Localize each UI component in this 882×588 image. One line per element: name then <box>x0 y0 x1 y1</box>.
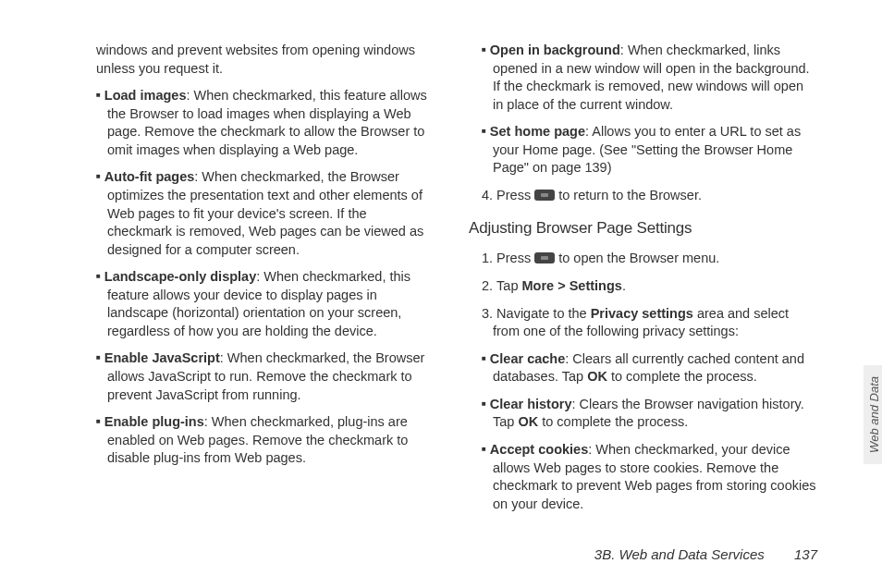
bullet-label: Enable JavaScript <box>104 350 220 365</box>
step-number: 4. <box>482 188 493 202</box>
square-bullet-icon: ■ <box>96 417 101 425</box>
page-body: windows and prevent websites from openin… <box>0 0 882 508</box>
bullet-label: Auto-fit pages <box>104 169 194 184</box>
bullet-text: to complete the process. <box>538 414 688 429</box>
ok-label: OK <box>587 369 607 384</box>
bullet-label: Clear cache <box>490 351 565 366</box>
step-bold: More > Settings <box>522 278 622 293</box>
footer-section: 3B. Web and Data Services <box>594 546 765 562</box>
step-text: Press <box>496 251 534 265</box>
square-bullet-icon: ■ <box>96 172 101 180</box>
page-footer: 3B. Web and Data Services 137 <box>594 546 817 562</box>
step-text: Tap <box>496 278 521 293</box>
bullet-label: Open in background <box>490 43 620 57</box>
bullet-label: Accept cookies <box>490 442 588 457</box>
bullet-set-home: ■Set home page: Allows you to enter a UR… <box>469 123 817 178</box>
step-text: to return to the Browser. <box>555 188 702 202</box>
square-bullet-icon: ■ <box>482 45 486 54</box>
section-heading: Adjusting Browser Page Settings <box>469 218 817 239</box>
square-bullet-icon: ■ <box>96 91 101 99</box>
bullet-label: Clear history <box>490 397 572 411</box>
side-tab: Web and Data <box>864 365 882 464</box>
step-text: to open the Browser menu. <box>555 251 719 265</box>
step-text: . <box>622 278 626 293</box>
left-column: windows and prevent websites from openin… <box>83 42 432 472</box>
intro-text: windows and prevent websites from openin… <box>83 42 432 78</box>
right-column: ■Open in background: When checkmarked, l… <box>469 42 817 472</box>
square-bullet-icon: ■ <box>96 272 101 280</box>
bullet-open-background: ■Open in background: When checkmarked, l… <box>469 42 817 114</box>
step-text: Press <box>496 188 534 202</box>
square-bullet-icon: ■ <box>482 354 486 362</box>
bullet-landscape: ■Landscape-only display: When checkmarke… <box>83 268 432 340</box>
step-4: 4.Press to return to the Browser. <box>469 187 817 205</box>
step-3: 3.Navigate to the Privacy settings area … <box>469 305 817 341</box>
step-1: 1.Press to open the Browser menu. <box>469 250 817 268</box>
square-bullet-icon: ■ <box>96 353 101 361</box>
square-bullet-icon: ■ <box>482 127 486 135</box>
footer-page-number: 137 <box>794 546 817 562</box>
step-number: 1. <box>482 251 493 265</box>
bullet-load-images: ■Load images: When checkmarked, this fea… <box>83 87 432 159</box>
bullet-accept-cookies: ■Accept cookies: When checkmarked, your … <box>469 441 817 513</box>
bullet-label: Set home page <box>490 124 585 139</box>
bullet-javascript: ■Enable JavaScript: When checkmarked, th… <box>83 349 432 404</box>
step-bold: Privacy settings <box>591 306 693 321</box>
step-2: 2.Tap More > Settings. <box>469 277 817 296</box>
step-number: 2. <box>482 278 493 293</box>
square-bullet-icon: ■ <box>482 445 486 453</box>
ok-label: OK <box>518 414 538 429</box>
bullet-text: to complete the process. <box>607 369 757 384</box>
bullet-label: Landscape-only display <box>104 269 256 284</box>
bullet-plugins: ■Enable plug-ins: When checkmarked, plug… <box>83 413 432 468</box>
bullet-label: Load images <box>104 88 187 103</box>
bullet-label: Enable plug-ins <box>104 414 204 429</box>
menu-key-icon <box>534 190 555 201</box>
step-number: 3. <box>482 306 493 321</box>
bullet-clear-history: ■Clear history: Clears the Browser navig… <box>469 396 817 432</box>
square-bullet-icon: ■ <box>482 399 486 408</box>
bullet-auto-fit: ■Auto-fit pages: When checkmarked, the B… <box>83 168 432 259</box>
bullet-clear-cache: ■Clear cache: Clears all currently cache… <box>469 350 817 386</box>
step-text: Navigate to the <box>496 306 591 321</box>
menu-key-icon <box>534 252 555 263</box>
